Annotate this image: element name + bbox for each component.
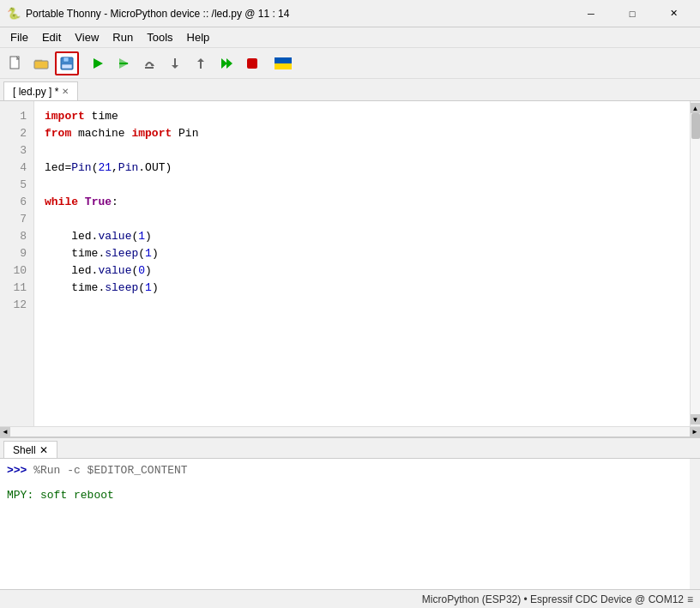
stop-button[interactable] bbox=[240, 51, 264, 75]
code-token: while bbox=[45, 194, 78, 211]
tab-bar: [ led.py ] * ✕ bbox=[0, 79, 700, 101]
code-editor[interactable]: import timefrom machine import Pin led=P… bbox=[34, 101, 690, 426]
code-token: Pin bbox=[118, 160, 138, 177]
code-token: 21 bbox=[98, 160, 112, 177]
code-token: led bbox=[45, 160, 64, 177]
menu-file[interactable]: File bbox=[3, 29, 35, 45]
code-line bbox=[45, 211, 679, 228]
editor-scrollbar-vertical[interactable]: ▲ ▼ bbox=[690, 101, 700, 426]
resume-button[interactable] bbox=[214, 51, 238, 75]
code-token: import bbox=[131, 125, 172, 142]
scroll-thumb[interactable] bbox=[691, 113, 700, 139]
line-number: 5 bbox=[0, 177, 33, 194]
code-line bbox=[45, 297, 679, 314]
editor-area: 123456789101112 import timefrom machine … bbox=[0, 101, 700, 426]
code-token: ) bbox=[165, 160, 172, 177]
step-over-button[interactable] bbox=[137, 51, 161, 75]
debug-icon bbox=[116, 56, 131, 71]
open-button[interactable] bbox=[29, 51, 53, 75]
code-token: sleep bbox=[105, 245, 138, 262]
code-token: ( bbox=[138, 245, 145, 262]
line-number: 4 bbox=[0, 160, 33, 177]
line-number: 2 bbox=[0, 125, 33, 142]
code-line: led=Pin(21,Pin.OUT) bbox=[45, 160, 679, 177]
svg-marker-12 bbox=[172, 65, 178, 69]
code-token: , bbox=[112, 160, 118, 177]
code-line: led.value(0) bbox=[45, 262, 679, 280]
scroll-left-arrow[interactable]: ◄ bbox=[0, 427, 10, 437]
menu-bar: File Edit View Run Tools Help bbox=[0, 27, 700, 48]
code-token: ( bbox=[92, 160, 99, 177]
code-token: 0 bbox=[138, 262, 145, 280]
menu-help[interactable]: Help bbox=[180, 29, 217, 45]
scroll-right-arrow[interactable]: ► bbox=[690, 427, 700, 437]
debug-button[interactable] bbox=[112, 51, 136, 75]
code-token: ) bbox=[152, 280, 159, 297]
ukraine-flag-icon bbox=[275, 57, 292, 69]
new-icon bbox=[8, 56, 23, 71]
run-button[interactable] bbox=[86, 51, 110, 75]
resume-icon bbox=[219, 56, 234, 71]
scroll-up-arrow[interactable]: ▲ bbox=[691, 103, 701, 113]
tab-close-icon[interactable]: ✕ bbox=[62, 87, 69, 96]
code-token: ) bbox=[152, 245, 159, 262]
step-out-button[interactable] bbox=[189, 51, 213, 75]
ukraine-button[interactable] bbox=[271, 51, 295, 75]
code-token: value bbox=[98, 262, 131, 280]
svg-rect-17 bbox=[247, 58, 257, 69]
menu-view[interactable]: View bbox=[68, 29, 106, 45]
line-number: 8 bbox=[0, 228, 33, 245]
step-over-icon bbox=[142, 56, 157, 71]
shell-output-line: MPY: soft reboot bbox=[7, 487, 693, 505]
status-menu-icon[interactable]: ≡ bbox=[687, 593, 693, 605]
window-title: Portable Thonny - MicroPython device :: … bbox=[26, 8, 571, 20]
step-into-button[interactable] bbox=[163, 51, 187, 75]
shell-tab-close-icon[interactable]: ✕ bbox=[39, 444, 48, 456]
code-token: . bbox=[98, 280, 105, 297]
maximize-button[interactable]: □ bbox=[612, 1, 652, 27]
tab-label: [ led.py ] * bbox=[13, 86, 58, 98]
new-button[interactable] bbox=[3, 51, 27, 75]
code-token: ( bbox=[131, 262, 138, 280]
minimize-button[interactable]: ─ bbox=[571, 1, 611, 27]
code-token: ( bbox=[138, 280, 145, 297]
close-button[interactable]: ✕ bbox=[654, 1, 693, 27]
code-line: time.sleep(1) bbox=[45, 280, 679, 297]
code-line bbox=[45, 177, 679, 194]
menu-run[interactable]: Run bbox=[106, 29, 140, 45]
line-number: 10 bbox=[0, 262, 33, 280]
save-button[interactable] bbox=[55, 51, 79, 75]
scroll-down-arrow[interactable]: ▼ bbox=[691, 414, 701, 424]
code-line: while True: bbox=[45, 194, 679, 211]
svg-rect-4 bbox=[63, 57, 69, 62]
svg-rect-19 bbox=[275, 63, 292, 69]
code-token: time bbox=[45, 245, 98, 262]
shell-tab[interactable]: Shell ✕ bbox=[3, 441, 57, 458]
stop-icon bbox=[244, 56, 260, 71]
shell-scrollbar[interactable] bbox=[690, 459, 700, 589]
code-token: Pin bbox=[71, 160, 91, 177]
code-token: time bbox=[85, 108, 118, 125]
status-text: MicroPython (ESP32) • Espressif CDC Devi… bbox=[422, 593, 684, 605]
line-numbers: 123456789101112 bbox=[0, 101, 34, 426]
menu-tools[interactable]: Tools bbox=[140, 29, 179, 45]
line-number: 12 bbox=[0, 297, 33, 314]
code-token: . bbox=[92, 228, 99, 245]
menu-edit[interactable]: Edit bbox=[35, 29, 68, 45]
code-line: import time bbox=[45, 108, 679, 125]
line-number: 1 bbox=[0, 108, 33, 125]
code-token: sleep bbox=[105, 280, 138, 297]
shell-command: %Run -c $EDITOR_CONTENT bbox=[27, 462, 187, 480]
code-line: led.value(1) bbox=[45, 228, 679, 245]
step-out-icon bbox=[193, 56, 208, 71]
code-token: led bbox=[45, 262, 92, 280]
shell-content[interactable]: >>> %Run -c $EDITOR_CONTENT MPY: soft re… bbox=[0, 459, 700, 589]
toolbar bbox=[0, 48, 700, 79]
code-token: 1 bbox=[138, 228, 145, 245]
svg-rect-18 bbox=[275, 57, 292, 63]
editor-scrollbar-horizontal[interactable]: ◄ ► bbox=[0, 426, 700, 436]
h-scroll-track[interactable] bbox=[10, 427, 690, 436]
editor-tab-led[interactable]: [ led.py ] * ✕ bbox=[3, 81, 78, 100]
code-line: time.sleep(1) bbox=[45, 245, 679, 262]
scroll-track[interactable] bbox=[691, 113, 700, 414]
